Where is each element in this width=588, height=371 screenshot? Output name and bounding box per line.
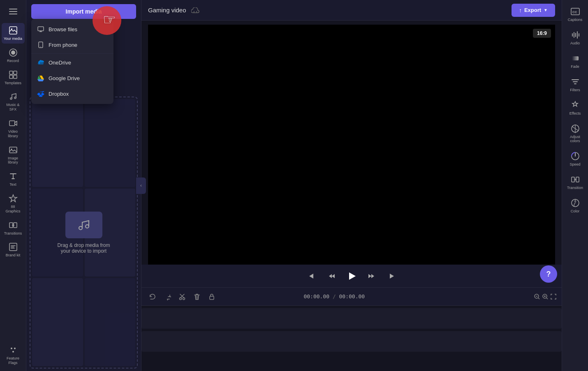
svg-point-24 — [40, 46, 41, 47]
sidebar-label-music: Music & SFX — [3, 103, 23, 112]
effects-icon — [570, 100, 580, 110]
redo-button[interactable] — [161, 290, 174, 303]
right-item-captions[interactable]: CC Captions — [564, 3, 587, 25]
svg-rect-13 — [9, 121, 15, 126]
right-label-adjust-colors: Adjust colors — [565, 135, 585, 143]
speed-icon — [570, 151, 580, 161]
export-icon: ↑ — [519, 7, 522, 14]
sidebar-item-templates[interactable]: Templates — [2, 67, 25, 88]
right-label-filters: Filters — [570, 88, 580, 92]
from-phone-item[interactable]: From phone — [31, 37, 113, 53]
project-title: Gaming video — [148, 7, 186, 14]
right-item-filters[interactable]: Filters — [564, 74, 587, 95]
transitions-icon — [8, 220, 18, 230]
media-panel: Import media Browse files From phone — [26, 0, 141, 371]
skip-back-button[interactable] — [305, 270, 317, 282]
menu-icon[interactable] — [5, 3, 21, 20]
panel-collapse-button[interactable]: ‹ — [136, 177, 146, 194]
sidebar-label-feature-flags: Feature Flags — [3, 356, 23, 365]
drag-drop-zone[interactable]: Drag & drop media from your device to im… — [30, 97, 138, 369]
brand-icon — [8, 242, 18, 252]
right-item-audio[interactable]: Audio — [564, 27, 587, 48]
svg-rect-14 — [9, 147, 17, 153]
sidebar-item-transitions[interactable]: Transitions — [2, 218, 25, 238]
import-media-button[interactable]: Import media — [31, 4, 136, 19]
zoom-in-button[interactable] — [542, 293, 549, 300]
feature-icon — [8, 345, 18, 355]
aspect-ratio-badge: 16:9 — [533, 29, 551, 38]
drag-drop-text: Drag & drop media from your device to im… — [57, 242, 110, 254]
sidebar-item-music[interactable]: Music & SFX — [2, 89, 25, 114]
svg-rect-1 — [9, 11, 17, 12]
zoom-controls — [534, 293, 557, 300]
sidebar-item-text[interactable]: Text — [2, 169, 25, 189]
svg-rect-0 — [9, 9, 17, 9]
svg-point-11 — [10, 98, 12, 99]
right-item-adjust-colors[interactable]: Adjust colors — [564, 120, 587, 146]
right-label-fade: Fade — [571, 65, 579, 69]
svg-point-20 — [14, 348, 16, 349]
svg-point-29 — [183, 297, 185, 300]
right-item-speed[interactable]: Speed — [564, 148, 587, 170]
monitor-icon — [37, 25, 44, 33]
delete-button[interactable] — [191, 290, 203, 303]
svg-rect-35 — [572, 56, 579, 60]
right-label-effects: Effects — [569, 111, 581, 115]
sidebar-label-text: Text — [9, 182, 16, 187]
sidebar-item-feature-flags[interactable]: Feature Flags — [2, 343, 25, 368]
left-sidebar: Your media Record Templates — [0, 0, 26, 371]
skip-forward-button[interactable] — [386, 270, 398, 282]
fit-zoom-button[interactable] — [550, 293, 557, 300]
svg-point-19 — [11, 348, 12, 349]
svg-rect-9 — [9, 75, 13, 78]
svg-point-21 — [12, 351, 14, 353]
sidebar-item-brand-kit[interactable]: Brand kit — [2, 240, 25, 260]
dropbox-item[interactable]: Dropbox — [31, 86, 113, 101]
sidebar-item-video-library[interactable]: Video library — [2, 116, 25, 141]
export-chevron-icon: ▼ — [544, 8, 548, 12]
adjust-icon — [570, 124, 580, 134]
video-icon — [8, 118, 18, 128]
time-display: 00:00.00 / 00:00.00 — [303, 293, 365, 300]
photo-icon — [8, 25, 18, 35]
google-drive-item[interactable]: Google Drive — [31, 70, 113, 86]
sidebar-item-your-media[interactable]: Your media — [2, 23, 25, 44]
sidebar-item-graphics[interactable]: 88 Graphics — [2, 191, 25, 216]
right-label-audio: Audio — [570, 41, 580, 45]
right-label-captions: Captions — [568, 18, 583, 22]
sidebar-item-image-library[interactable]: Image library — [2, 143, 25, 168]
right-item-color[interactable]: Color — [564, 195, 587, 217]
export-button[interactable]: ↑ Export ▼ — [512, 4, 555, 17]
templates-icon — [8, 70, 18, 80]
undo-button[interactable] — [146, 290, 159, 303]
play-button[interactable] — [346, 270, 357, 282]
right-item-fade[interactable]: Fade — [564, 50, 587, 72]
right-label-color: Color — [571, 209, 580, 213]
from-phone-label: From phone — [49, 42, 77, 48]
top-bar-right: ↑ Export ▼ — [512, 4, 555, 17]
export-label: Export — [524, 7, 541, 13]
dropbox-icon — [37, 90, 44, 97]
svg-rect-30 — [210, 296, 214, 300]
zoom-out-button[interactable] — [534, 293, 540, 300]
cut-button[interactable] — [176, 290, 188, 303]
svg-rect-25 — [38, 62, 44, 65]
browse-files-item[interactable]: Browse files — [31, 21, 113, 37]
sidebar-label-your-media: Your media — [4, 37, 22, 41]
music-icon — [8, 92, 18, 101]
rewind-button[interactable] — [325, 270, 338, 282]
onedrive-icon — [37, 59, 44, 66]
svg-rect-2 — [9, 14, 17, 14]
right-item-transition[interactable]: Transition — [564, 171, 587, 193]
dropbox-label: Dropbox — [49, 91, 69, 97]
sidebar-item-record[interactable]: Record — [2, 45, 25, 66]
onedrive-label: OneDrive — [49, 60, 71, 66]
right-item-effects[interactable]: Effects — [564, 97, 587, 119]
help-button[interactable]: ? — [540, 265, 557, 283]
forward-button[interactable] — [366, 270, 378, 282]
timeline-track-1 — [141, 308, 562, 329]
onedrive-item[interactable]: OneDrive — [31, 55, 113, 70]
lock-button[interactable] — [206, 290, 218, 303]
sidebar-label-transitions: Transitions — [4, 231, 22, 236]
svg-point-26 — [79, 226, 82, 230]
